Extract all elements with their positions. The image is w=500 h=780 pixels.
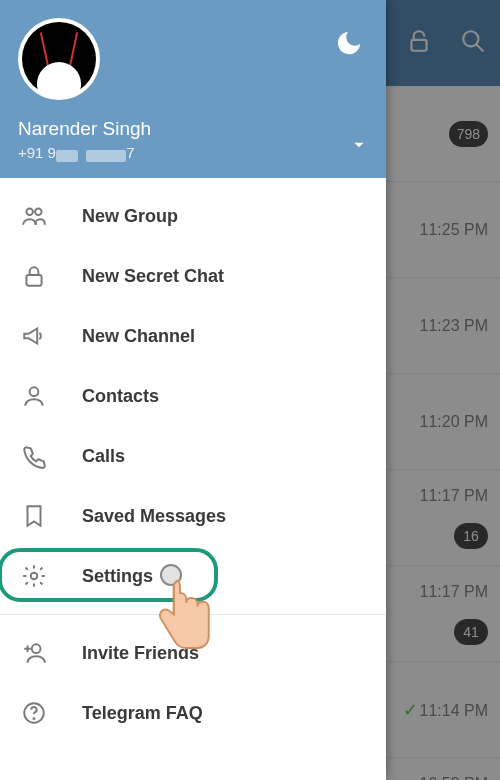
menu-label: New Channel [82, 326, 195, 347]
bookmark-icon [20, 503, 48, 529]
menu-calls[interactable]: Calls [0, 426, 386, 486]
menu-settings[interactable]: Settings [0, 546, 386, 606]
menu-label: New Group [82, 206, 178, 227]
menu-new-group[interactable]: New Group [0, 186, 386, 246]
menu-saved-messages[interactable]: Saved Messages [0, 486, 386, 546]
svg-point-6 [30, 387, 39, 396]
account-switch-toggle[interactable] [352, 138, 366, 156]
avatar[interactable] [18, 18, 100, 100]
menu-label: Invite Friends [82, 643, 199, 664]
menu-new-channel[interactable]: New Channel [0, 306, 386, 366]
lock-icon [20, 263, 48, 289]
help-icon [20, 700, 48, 726]
menu-label: Telegram FAQ [82, 703, 203, 724]
menu-label: Settings [82, 566, 153, 587]
drawer-header: Narender Singh +91 9 7 [0, 0, 386, 178]
menu-label: Contacts [82, 386, 159, 407]
person-icon [20, 383, 48, 409]
svg-rect-5 [26, 275, 41, 286]
svg-point-7 [31, 573, 38, 580]
menu-label: New Secret Chat [82, 266, 224, 287]
drawer-menu: New Group New Secret Chat New Channel Co… [0, 178, 386, 780]
menu-invite-friends[interactable]: Invite Friends [0, 623, 386, 683]
svg-point-3 [26, 208, 33, 215]
night-mode-toggle[interactable] [334, 28, 364, 62]
profile-phone: +91 9 7 [18, 144, 368, 163]
menu-new-secret-chat[interactable]: New Secret Chat [0, 246, 386, 306]
menu-label: Calls [82, 446, 125, 467]
group-icon [20, 203, 48, 229]
gear-icon [20, 563, 48, 589]
navigation-drawer: Narender Singh +91 9 7 New Group New Sec… [0, 0, 386, 780]
phone-icon [20, 443, 48, 469]
megaphone-icon [20, 323, 48, 349]
person-add-icon [20, 640, 48, 666]
svg-point-8 [32, 644, 41, 653]
menu-contacts[interactable]: Contacts [0, 366, 386, 426]
menu-label: Saved Messages [82, 506, 226, 527]
menu-telegram-faq[interactable]: Telegram FAQ [0, 683, 386, 743]
svg-point-4 [35, 208, 42, 215]
profile-name: Narender Singh [18, 118, 368, 140]
menu-divider [0, 614, 386, 615]
svg-point-10 [33, 718, 34, 719]
